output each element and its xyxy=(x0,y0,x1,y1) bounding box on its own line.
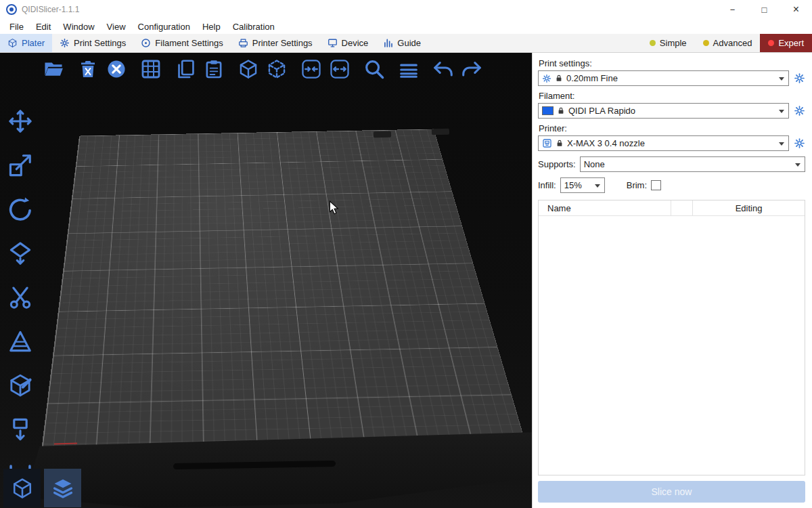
tab-label: Plater xyxy=(22,38,45,48)
object-list-body[interactable] xyxy=(539,216,805,475)
delete-all-icon[interactable] xyxy=(105,58,128,81)
search-icon[interactable] xyxy=(363,58,386,81)
supports-label: Supports: xyxy=(538,159,576,169)
left-toolbar xyxy=(6,107,35,488)
cut-icon[interactable] xyxy=(6,283,35,312)
rotate-icon[interactable] xyxy=(6,195,35,224)
menu-item-window[interactable]: Window xyxy=(57,22,100,32)
scene xyxy=(0,53,532,508)
drop-to-bed-icon[interactable] xyxy=(6,415,35,444)
bed-clip xyxy=(374,131,391,137)
arrange-icon[interactable] xyxy=(139,58,162,81)
split-objects-icon[interactable] xyxy=(328,58,351,81)
infill-combo[interactable]: 15% xyxy=(560,177,605,193)
maximize-button[interactable]: □ xyxy=(748,0,780,19)
3d-viewport[interactable] xyxy=(0,53,532,508)
mode-dot-icon xyxy=(768,40,774,46)
tab-label: Printer Settings xyxy=(252,38,313,48)
print-bed xyxy=(30,53,526,455)
tab-label: Device xyxy=(342,38,369,48)
menu-item-configuration[interactable]: Configuration xyxy=(132,22,196,32)
supports-value: None xyxy=(584,159,792,169)
delete-icon[interactable] xyxy=(76,58,99,81)
mode-dot-icon xyxy=(650,40,656,46)
slice-now-button[interactable]: Slice now xyxy=(538,481,805,503)
redo-icon[interactable] xyxy=(460,58,483,81)
print-settings-value: 0.20mm Fine xyxy=(566,73,775,83)
tab-print-settings[interactable]: Print Settings xyxy=(52,34,133,52)
filament-color-swatch xyxy=(542,106,554,115)
chevron-down-icon xyxy=(595,184,600,190)
print-settings-gear-button[interactable] xyxy=(794,72,805,84)
menu-item-edit[interactable]: Edit xyxy=(30,22,57,32)
menu-item-calibration[interactable]: Calibration xyxy=(227,22,281,32)
lock-icon xyxy=(557,106,565,115)
close-button[interactable]: × xyxy=(780,0,812,19)
tab-device[interactable]: Device xyxy=(320,34,376,52)
editor-3d-icon xyxy=(11,477,34,500)
print-bed-surface xyxy=(41,129,526,454)
scale-icon[interactable] xyxy=(6,151,35,179)
filament-value: QIDI PLA Rapido xyxy=(568,106,775,116)
paint-supports-icon[interactable] xyxy=(6,327,35,356)
add-instance-icon[interactable] xyxy=(237,58,260,81)
mode-switcher: SimpleAdvancedExpert xyxy=(641,34,812,52)
title-bar: QIDISlicer-1.1.1 − □ × xyxy=(0,0,812,19)
mode-advanced[interactable]: Advanced xyxy=(695,34,761,52)
chevron-down-icon xyxy=(779,77,784,83)
column-editing: Editing xyxy=(692,200,805,215)
paste-icon[interactable] xyxy=(202,58,225,81)
infill-value: 15% xyxy=(564,180,591,190)
menu-item-file[interactable]: File xyxy=(3,22,30,32)
view-toggle xyxy=(3,469,81,507)
open-folder-icon[interactable] xyxy=(42,58,65,81)
bed-clip xyxy=(432,129,449,135)
supports-combo[interactable]: None xyxy=(580,156,805,172)
printer-icon xyxy=(542,138,552,148)
printer-combo[interactable]: X-MAX 3 0.4 nozzle xyxy=(538,135,789,151)
merge-objects-icon[interactable] xyxy=(300,58,323,81)
top-toolbar xyxy=(42,58,483,81)
move-icon[interactable] xyxy=(6,107,35,135)
plater-icon xyxy=(7,38,18,48)
printer-value: X-MAX 3 0.4 nozzle xyxy=(567,138,775,148)
tab-label: Filament Settings xyxy=(155,38,223,48)
mode-simple[interactable]: Simple xyxy=(641,34,695,52)
tab-bar: PlaterPrint SettingsFilament SettingsPri… xyxy=(0,34,812,53)
remove-instance-icon[interactable] xyxy=(265,58,288,81)
printer-gear-button[interactable] xyxy=(794,137,805,149)
filament-combo[interactable]: QIDI PLA Rapido xyxy=(538,103,789,119)
print-settings-combo[interactable]: 0.20mm Fine xyxy=(538,70,789,86)
menu-item-view[interactable]: View xyxy=(101,22,132,32)
place-on-face-icon[interactable] xyxy=(6,239,35,268)
filament-gear-button[interactable] xyxy=(794,105,805,117)
copy-icon[interactable] xyxy=(174,58,197,81)
minimize-button[interactable]: − xyxy=(717,0,748,19)
printer-label: Printer: xyxy=(539,123,805,133)
tab-filament-settings[interactable]: Filament Settings xyxy=(133,34,230,52)
brim-checkbox[interactable] xyxy=(651,180,661,190)
tab-printer-settings[interactable]: Printer Settings xyxy=(231,34,320,52)
chevron-down-icon xyxy=(779,142,784,148)
tab-plater[interactable]: Plater xyxy=(0,34,52,52)
chevron-down-icon xyxy=(779,110,784,116)
print-settings-icon xyxy=(60,38,70,48)
tab-guide[interactable]: Guide xyxy=(376,34,428,52)
mode-label: Simple xyxy=(660,38,687,48)
undo-icon[interactable] xyxy=(432,58,455,81)
window-title: QIDISlicer-1.1.1 xyxy=(22,5,79,14)
filament-settings-icon xyxy=(141,38,151,48)
app-logo-icon xyxy=(6,4,17,15)
mouse-cursor-icon xyxy=(329,200,339,215)
seam-icon[interactable] xyxy=(6,371,35,400)
window-controls: − □ × xyxy=(717,0,812,19)
variable-layer-height-icon[interactable] xyxy=(397,58,420,81)
preview-layers-button[interactable] xyxy=(44,469,81,507)
menu-item-help[interactable]: Help xyxy=(196,22,227,32)
preview-layers-icon xyxy=(51,477,74,500)
lock-icon xyxy=(556,139,564,148)
device-icon xyxy=(328,38,338,48)
editor-3d-button[interactable] xyxy=(3,469,41,507)
mode-label: Advanced xyxy=(713,38,752,48)
mode-expert[interactable]: Expert xyxy=(760,34,812,52)
